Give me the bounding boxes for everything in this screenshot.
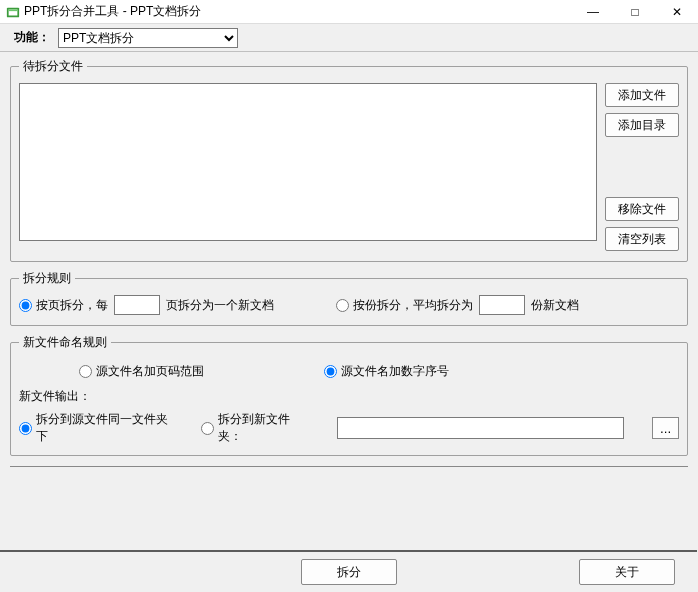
maximize-button[interactable]: □ [614,0,656,23]
file-list[interactable] [19,83,597,241]
rules-fieldset: 拆分规则 按页拆分，每 页拆分为一个新文档 按份拆分，平均拆分为 份新文档 [10,270,688,326]
browse-button[interactable]: ... [652,417,679,439]
app-icon [6,5,20,19]
name-seq-radio[interactable] [324,365,337,378]
clear-list-button[interactable]: 清空列表 [605,227,679,251]
add-dir-button[interactable]: 添加目录 [605,113,679,137]
out-same-radio[interactable] [19,422,32,435]
about-button[interactable]: 关于 [579,559,675,585]
out-new-radio-label[interactable]: 拆分到新文件夹： [201,411,309,445]
files-legend: 待拆分文件 [19,58,87,75]
name-range-radio[interactable] [79,365,92,378]
by-part-radio-label[interactable]: 按份拆分，平均拆分为 [336,297,473,314]
separator [10,466,688,467]
pages-per-doc-input[interactable] [114,295,160,315]
by-part-radio[interactable] [336,299,349,312]
naming-fieldset: 新文件命名规则 源文件名加页码范围 源文件名加数字序号 新文件输出： 拆分到源文… [10,334,688,456]
window-controls: — □ ✕ [572,0,698,23]
toolbar: 功能： PPT文档拆分 [0,24,698,52]
bottom-bar: 拆分 关于 [0,550,697,592]
out-same-radio-label[interactable]: 拆分到源文件同一文件夹下 [19,411,173,445]
remove-file-button[interactable]: 移除文件 [605,197,679,221]
function-label: 功能： [14,29,50,46]
name-seq-radio-label[interactable]: 源文件名加数字序号 [324,363,449,380]
name-range-radio-label[interactable]: 源文件名加页码范围 [79,363,204,380]
split-button[interactable]: 拆分 [301,559,397,585]
naming-legend: 新文件命名规则 [19,334,111,351]
function-select[interactable]: PPT文档拆分 [58,28,238,48]
window-title: PPT拆分合并工具 - PPT文档拆分 [24,3,572,20]
titlebar: PPT拆分合并工具 - PPT文档拆分 — □ ✕ [0,0,698,24]
files-fieldset: 待拆分文件 添加文件 添加目录 移除文件 清空列表 [10,58,688,262]
out-new-radio[interactable] [201,422,214,435]
by-page-radio[interactable] [19,299,32,312]
by-page-radio-label[interactable]: 按页拆分，每 [19,297,108,314]
by-page-suffix: 页拆分为一个新文档 [166,297,274,314]
close-button[interactable]: ✕ [656,0,698,23]
add-file-button[interactable]: 添加文件 [605,83,679,107]
by-part-suffix: 份新文档 [531,297,579,314]
output-label: 新文件输出： [19,388,679,405]
rules-legend: 拆分规则 [19,270,75,287]
svg-rect-2 [9,9,18,11]
output-path-input[interactable] [337,417,624,439]
parts-input[interactable] [479,295,525,315]
minimize-button[interactable]: — [572,0,614,23]
